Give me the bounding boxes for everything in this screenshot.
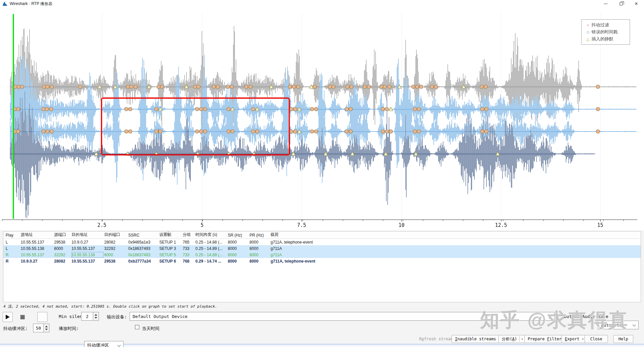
table-cell[interactable]: 29538 bbox=[54, 239, 71, 245]
stop-button[interactable] bbox=[17, 312, 27, 322]
jitter-buffer-stepper[interactable] bbox=[44, 324, 49, 332]
close-button[interactable]: Close bbox=[585, 335, 608, 343]
legend-item-jitter: ○ 抖动过滤 bbox=[584, 21, 627, 28]
table-cell[interactable]: SETUP 1 bbox=[159, 239, 182, 245]
help-button[interactable]: Help bbox=[613, 335, 633, 343]
table-cell[interactable]: 8000 bbox=[249, 252, 270, 258]
table-cell[interactable]: 0x9465a1e3 bbox=[128, 239, 159, 245]
play-channel-cell[interactable]: R bbox=[5, 252, 20, 258]
table-cell[interactable]: 0.25 - 14.89 (... bbox=[195, 252, 227, 258]
chevron-down-icon bbox=[548, 315, 552, 318]
annotation-red-box bbox=[101, 97, 290, 155]
column-header[interactable]: 源地址 bbox=[20, 232, 54, 239]
play-button[interactable] bbox=[3, 312, 13, 322]
output-device-select[interactable]: Default Output Device bbox=[130, 312, 554, 321]
spin-down-icon bbox=[45, 329, 48, 330]
table-cell[interactable]: 733 bbox=[182, 245, 195, 252]
min-silence-input[interactable]: 2 bbox=[81, 312, 93, 321]
column-header[interactable]: SR (Hz) bbox=[227, 232, 249, 239]
table-cell[interactable]: 0.29 - 14.74 ... bbox=[195, 258, 227, 264]
table-cell[interactable]: 10.55.55.138 bbox=[20, 245, 54, 252]
play-channel-cell[interactable]: L bbox=[5, 245, 20, 252]
table-cell[interactable]: 8000 bbox=[227, 252, 249, 258]
export-button[interactable]: Export▾ bbox=[561, 335, 587, 343]
output-rate-select[interactable]: automatic bbox=[598, 321, 639, 329]
table-cell[interactable]: 10.9.0.27 bbox=[20, 258, 54, 264]
column-header[interactable]: SSRC bbox=[128, 232, 159, 239]
table-cell[interactable]: SETUP 6 bbox=[159, 258, 182, 264]
table-cell[interactable]: 8000 bbox=[249, 245, 270, 252]
table-cell[interactable]: 28082 bbox=[104, 239, 128, 245]
output-device-label: 输出设备: bbox=[107, 314, 127, 320]
spin-up-icon bbox=[95, 314, 97, 316]
table-row[interactable]: R10.9.0.272808210.55.55.137295380xb2777a… bbox=[3, 258, 641, 264]
table-row[interactable]: L10.55.55.138600010.55.55.137322920x1863… bbox=[3, 245, 641, 252]
stream-table: Play源地址源端口目的地址目的端口SSRC设置帧⌃分组时间跨度 (s)SR (… bbox=[3, 231, 641, 302]
table-cell[interactable]: SETUP 5 bbox=[159, 252, 182, 258]
table-cell[interactable]: 6000 bbox=[54, 245, 71, 252]
spin-up-icon bbox=[45, 326, 48, 327]
column-header[interactable]: 目的端口 bbox=[104, 232, 128, 239]
table-cell[interactable]: 733 bbox=[182, 252, 195, 258]
table-cell[interactable]: 10.55.55.138 bbox=[71, 252, 104, 258]
bottom-button-row: Refresh streamsInaudible streams▾分析(A)▾P… bbox=[0, 335, 644, 343]
table-cell[interactable]: 29538 bbox=[104, 258, 128, 264]
close-button[interactable]: ✕ bbox=[629, 0, 644, 7]
column-header[interactable]: 设置帧⌃ bbox=[159, 232, 182, 239]
table-cell[interactable]: 0x18637493 bbox=[128, 252, 159, 258]
table-cell[interactable]: 0x18637493 bbox=[128, 245, 159, 252]
play-channel-cell[interactable]: R bbox=[5, 258, 20, 264]
table-cell[interactable]: 32292 bbox=[104, 245, 128, 252]
rtp-player-window: Wireshark · RTP 播放器 ✕ ○ 抖动过滤 ◇ 错误的时间戳 △ … bbox=[0, 0, 644, 347]
table-header-row: Play源地址源端口目的地址目的端口SSRC设置帧⌃分组时间跨度 (s)SR (… bbox=[3, 232, 641, 239]
legend-item-wrong-timestamp: ◇ 错误的时间戳 bbox=[584, 28, 627, 35]
table-cell[interactable]: 768 bbox=[182, 258, 195, 264]
playback-timing-label: 播放时间: bbox=[59, 326, 79, 332]
column-header[interactable]: 目的地址 bbox=[71, 232, 104, 239]
inaudible-streams-button[interactable]: Inaudible streams▾ bbox=[452, 335, 505, 343]
table-row[interactable]: R10.55.55.1373229210.55.55.13860000x1863… bbox=[3, 252, 641, 258]
prepare-filter-button[interactable]: Prepare Filter bbox=[524, 335, 565, 343]
minimize-button[interactable] bbox=[598, 0, 613, 7]
table-cell[interactable]: 28082 bbox=[54, 258, 71, 264]
play-channel-cell[interactable]: L bbox=[5, 239, 20, 245]
min-silence-stepper[interactable] bbox=[93, 312, 99, 321]
column-header[interactable]: 时间跨度 (s) bbox=[195, 232, 227, 239]
table-row[interactable]: L10.55.55.1372953810.9.0.27280820x9465a1… bbox=[3, 239, 641, 245]
button-divider bbox=[519, 336, 520, 342]
pause-button[interactable] bbox=[37, 312, 47, 322]
column-header[interactable]: PR (Hz) bbox=[249, 232, 270, 239]
time-of-day-checkbox[interactable] bbox=[135, 325, 139, 329]
table-cell[interactable]: 10.55.55.137 bbox=[71, 245, 104, 252]
column-header[interactable]: 源端口 bbox=[54, 232, 71, 239]
output-rate-label: Output Audio Rate bbox=[564, 314, 608, 319]
button-label: Prepare Filter bbox=[528, 337, 561, 341]
table-cell[interactable]: g711A bbox=[270, 252, 641, 258]
column-header[interactable]: 载荷 bbox=[270, 232, 641, 239]
table-cell[interactable]: 6000 bbox=[104, 252, 128, 258]
table-cell[interactable]: 10.55.55.137 bbox=[20, 252, 54, 258]
table-cell[interactable]: 0.25 - 14.89 (... bbox=[195, 245, 227, 252]
analyze-button[interactable]: 分析(A)▾ bbox=[498, 335, 526, 343]
table-cell[interactable]: 8000 bbox=[249, 258, 270, 264]
table-cell[interactable]: 8000 bbox=[227, 239, 249, 245]
column-header[interactable]: Play bbox=[5, 232, 20, 239]
table-cell[interactable]: 10.55.55.137 bbox=[20, 239, 54, 245]
table-cell[interactable]: 765 bbox=[182, 239, 195, 245]
table-cell[interactable]: SETUP 3 bbox=[159, 245, 182, 252]
jitter-buffer-input[interactable]: 50 bbox=[33, 324, 44, 332]
table-cell[interactable]: 8000 bbox=[227, 245, 249, 252]
column-header[interactable]: 分组 bbox=[182, 232, 195, 239]
table-cell[interactable]: g711A bbox=[270, 245, 641, 252]
table-cell[interactable]: 8000 bbox=[227, 258, 249, 264]
table-cell[interactable]: 10.9.0.27 bbox=[71, 239, 104, 245]
table-cell[interactable]: 0.25 - 14.88 (... bbox=[195, 239, 227, 245]
table-cell[interactable]: 32292 bbox=[54, 252, 71, 258]
table-cell[interactable]: 10.55.55.137 bbox=[71, 258, 104, 264]
waveform-canvas[interactable] bbox=[0, 7, 644, 230]
table-cell[interactable]: 8000 bbox=[249, 239, 270, 245]
restore-button[interactable] bbox=[613, 0, 629, 7]
table-cell[interactable]: g711A, telephone-event bbox=[270, 258, 641, 264]
table-cell[interactable]: 0xb2777a34 bbox=[128, 258, 159, 264]
table-cell[interactable]: g711A, telephone-event bbox=[270, 239, 641, 245]
